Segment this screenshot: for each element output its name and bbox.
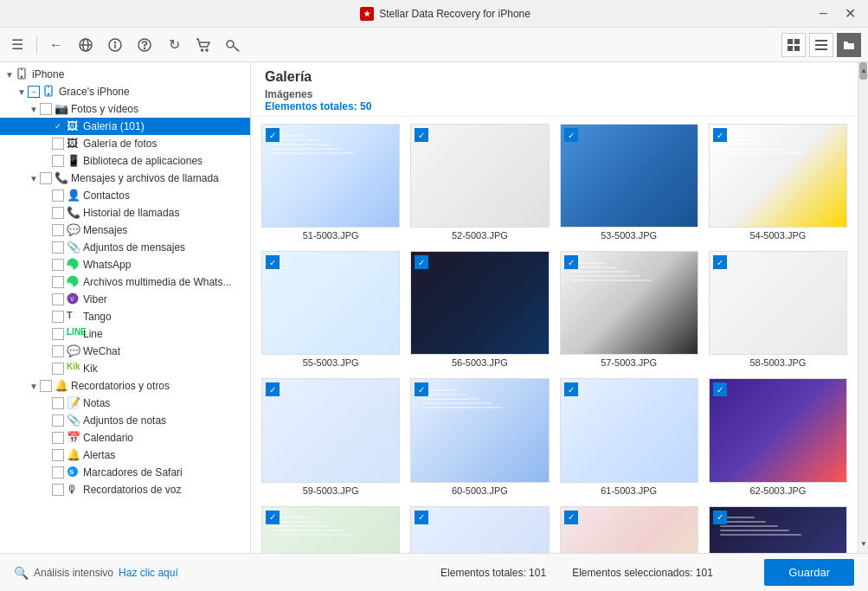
sidebar-item-fotos[interactable]: ▼ 📷 Fotos y vídeos bbox=[0, 100, 250, 118]
gallery-item-checkbox[interactable]: ✓ bbox=[564, 255, 578, 269]
fotos-checkbox[interactable] bbox=[40, 103, 52, 115]
gallery-item-checkbox[interactable]: ✓ bbox=[713, 255, 727, 269]
wechat-icon: 💬 bbox=[67, 344, 80, 358]
historial-icon: 📞 bbox=[67, 206, 80, 220]
mensajes-group-label: Mensajes y archivos de llamada bbox=[71, 172, 219, 184]
graces-iphone-checkbox[interactable]: – bbox=[28, 86, 40, 98]
grid-view-button[interactable] bbox=[781, 33, 806, 57]
sidebar-item-alertas[interactable]: 🔔 Alertas bbox=[0, 446, 250, 464]
sidebar-item-iphone[interactable]: ▼ iPhone bbox=[0, 66, 250, 83]
thumb-image bbox=[411, 379, 548, 481]
whatsapp-label: WhatsApp bbox=[83, 259, 131, 271]
gallery-item-checkbox[interactable]: ✓ bbox=[564, 382, 578, 396]
gallery-item-checkbox[interactable]: ✓ bbox=[266, 255, 280, 269]
biblioteca-checkbox[interactable] bbox=[52, 155, 64, 167]
folder-icon-button[interactable] bbox=[837, 33, 861, 57]
help-icon[interactable] bbox=[134, 35, 155, 55]
adjuntos-notas-checkbox[interactable] bbox=[52, 414, 64, 427]
back-icon[interactable]: ← bbox=[46, 35, 67, 55]
gallery-item-checkbox[interactable]: ✓ bbox=[266, 382, 280, 396]
key-icon[interactable] bbox=[222, 35, 243, 55]
wechat-checkbox[interactable] bbox=[52, 345, 64, 357]
recordatorios-group-checkbox[interactable] bbox=[40, 380, 52, 392]
tango-checkbox[interactable] bbox=[52, 311, 64, 323]
adjuntos-checkbox[interactable] bbox=[52, 241, 64, 254]
sidebar-item-kik[interactable]: Kik Kik bbox=[0, 360, 250, 377]
whatsapp-checkbox[interactable] bbox=[52, 259, 64, 271]
scrollbar[interactable]: ▲ ▼ bbox=[858, 62, 868, 553]
gallery-item: ✓54-5003.JPG bbox=[709, 124, 847, 241]
sidebar-item-contactos[interactable]: 👤 Contactos bbox=[0, 187, 250, 204]
gallery-item-checkbox[interactable]: ✓ bbox=[415, 511, 428, 524]
whatsapp-media-label: Archivos multimedia de Whats... bbox=[83, 276, 231, 288]
kik-checkbox[interactable] bbox=[52, 363, 64, 375]
gallery-item-checkbox[interactable]: ✓ bbox=[266, 128, 280, 142]
recordatorios-voz-checkbox[interactable] bbox=[52, 484, 64, 496]
list-view-button[interactable] bbox=[809, 33, 833, 57]
gallery-item-checkbox[interactable]: ✓ bbox=[415, 382, 428, 396]
tango-icon: T bbox=[67, 310, 80, 324]
sidebar-item-historial[interactable]: 📞 Historial de llamadas bbox=[0, 204, 250, 222]
line-checkbox[interactable] bbox=[52, 328, 64, 340]
marcadores-checkbox[interactable] bbox=[52, 466, 64, 479]
gallery-item: ✓56-5003.JPG bbox=[410, 251, 549, 368]
sidebar-item-galeria-fotos[interactable]: 🖼 Galería de fotos bbox=[0, 135, 250, 152]
sidebar-item-mensajes[interactable]: 💬 Mensajes bbox=[0, 222, 250, 239]
calendario-label: Calendario bbox=[83, 432, 133, 444]
sidebar-item-recordatorios-voz[interactable]: 🎙 Recordatorios de voz bbox=[0, 481, 250, 498]
historial-checkbox[interactable] bbox=[52, 207, 64, 219]
gallery-item-checkbox[interactable]: ✓ bbox=[266, 511, 280, 524]
refresh-icon[interactable]: ↻ bbox=[164, 35, 184, 55]
gallery-item: ✓53-5003.JPG bbox=[560, 124, 698, 241]
gallery-item-checkbox[interactable]: ✓ bbox=[564, 128, 578, 142]
gallery-grid: ✓51-5003.JPG✓52-5003.JPG✓53-5003.JPG✓54-… bbox=[261, 124, 847, 553]
marcadores-label: Marcadores de Safari bbox=[83, 466, 183, 479]
gallery-item: ✓55-5003.JPG bbox=[261, 251, 400, 368]
sidebar-item-whatsapp[interactable]: WhatsApp bbox=[0, 256, 250, 273]
sidebar-item-recordatorios-group[interactable]: ▼ 🔔 Recordatorios y otros bbox=[0, 377, 250, 395]
gallery-item-checkbox[interactable]: ✓ bbox=[415, 255, 428, 269]
close-button[interactable]: ✕ bbox=[839, 3, 861, 23]
sidebar-item-viber[interactable]: V Viber bbox=[0, 291, 250, 308]
sidebar-item-adjuntos-notas[interactable]: 📎 Adjuntos de notas bbox=[0, 412, 250, 429]
whatsapp-media-checkbox[interactable] bbox=[52, 276, 64, 288]
mensajes-checkbox[interactable] bbox=[52, 224, 64, 236]
mensajes-group-checkbox[interactable] bbox=[40, 172, 52, 184]
info-icon[interactable] bbox=[105, 35, 125, 55]
sidebar-item-wechat[interactable]: 💬 WeChat bbox=[0, 343, 250, 360]
notas-checkbox[interactable] bbox=[52, 397, 64, 409]
globe-icon[interactable] bbox=[75, 35, 96, 55]
sidebar-item-notas[interactable]: 📝 Notas bbox=[0, 395, 250, 412]
viber-checkbox[interactable] bbox=[52, 293, 64, 305]
calendario-checkbox[interactable] bbox=[52, 432, 64, 444]
gallery-item-checkbox[interactable]: ✓ bbox=[415, 128, 428, 142]
sidebar-item-whatsapp-media[interactable]: Archivos multimedia de Whats... bbox=[0, 273, 250, 291]
sidebar-item-adjuntos[interactable]: 📎 Adjuntos de mensajes bbox=[0, 239, 250, 256]
gallery-item-checkbox[interactable]: ✓ bbox=[713, 128, 727, 142]
gallery-item-checkbox[interactable]: ✓ bbox=[564, 511, 578, 524]
sidebar-item-mensajes-group[interactable]: ▼ 📞 Mensajes y archivos de llamada bbox=[0, 170, 250, 187]
sidebar-item-line[interactable]: LINE Line bbox=[0, 325, 250, 343]
sidebar-item-graces-iphone[interactable]: ▼ – Grace's iPhone bbox=[0, 83, 250, 100]
sidebar-item-biblioteca[interactable]: 📱 Biblioteca de aplicaciones bbox=[0, 152, 250, 170]
menu-icon[interactable]: ☰ bbox=[7, 35, 28, 55]
sidebar-item-galeria[interactable]: ✓ 🖼 Galería (101) bbox=[0, 118, 250, 135]
galeria-checkbox[interactable]: ✓ bbox=[52, 120, 64, 132]
gallery-item-checkbox[interactable]: ✓ bbox=[713, 511, 727, 524]
search-link[interactable]: Haz clic aquí bbox=[119, 567, 178, 579]
sidebar-item-calendario[interactable]: 📅 Calendario bbox=[0, 429, 250, 446]
sidebar-item-tango[interactable]: T Tango bbox=[0, 308, 250, 325]
galeria-icon: 🖼 bbox=[67, 119, 80, 133]
save-button[interactable]: Guardar bbox=[764, 559, 854, 586]
minimize-button[interactable]: – bbox=[814, 3, 833, 23]
cart-icon[interactable] bbox=[193, 35, 214, 55]
gallery-thumb: ✓ bbox=[560, 251, 698, 355]
sidebar-item-marcadores[interactable]: S Marcadores de Safari bbox=[0, 464, 250, 481]
gallery-scroll[interactable]: ✓51-5003.JPG✓52-5003.JPG✓53-5003.JPG✓54-… bbox=[251, 117, 858, 553]
contactos-checkbox[interactable] bbox=[52, 190, 64, 202]
galeria-fotos-checkbox[interactable] bbox=[52, 138, 64, 150]
alertas-checkbox[interactable] bbox=[52, 449, 64, 461]
galeria-fotos-label: Galería de fotos bbox=[83, 138, 157, 150]
adjuntos-notas-icon: 📎 bbox=[67, 414, 80, 427]
gallery-item-checkbox[interactable]: ✓ bbox=[713, 382, 727, 396]
